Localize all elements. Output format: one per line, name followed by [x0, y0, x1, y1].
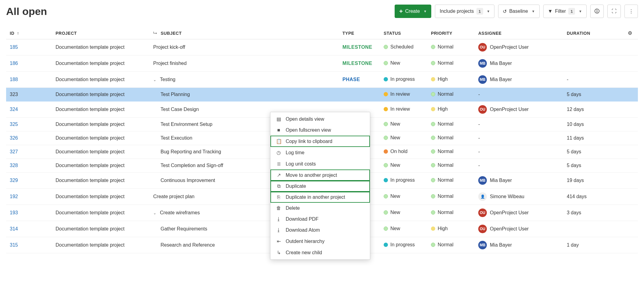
- column-header-assignee[interactable]: ASSIGNEE: [475, 27, 563, 39]
- context-menu-item[interactable]: ⇤Outdent hierarchy: [270, 236, 370, 247]
- status-cell[interactable]: New: [380, 189, 427, 205]
- context-menu-item[interactable]: ■Open fullscreen view: [270, 125, 370, 136]
- work-package-id-link[interactable]: 328: [10, 163, 18, 168]
- priority-cell[interactable]: Normal: [427, 88, 475, 102]
- context-menu-item[interactable]: ◷Log time: [270, 147, 370, 158]
- assignee-cell[interactable]: OUOpenProject User: [475, 205, 563, 221]
- work-package-id-link[interactable]: 188: [10, 77, 18, 82]
- assignee-cell[interactable]: MBMia Bayer: [475, 237, 563, 253]
- assignee-cell[interactable]: MBMia Bayer: [475, 173, 563, 189]
- work-package-id-link[interactable]: 192: [10, 194, 18, 199]
- context-menu-item[interactable]: 📋Copy link to clipboard: [270, 136, 370, 147]
- status-dot-icon: [384, 243, 388, 247]
- duration-cell: 10 days: [563, 118, 624, 131]
- status-cell[interactable]: New: [380, 118, 427, 131]
- assignee-cell[interactable]: MBMia Bayer: [475, 72, 563, 88]
- create-button[interactable]: + Create ▼: [395, 5, 432, 18]
- priority-cell[interactable]: Normal: [427, 237, 475, 253]
- column-header-type[interactable]: TYPE: [339, 27, 380, 39]
- assignee-cell[interactable]: OUOpenProject User: [475, 39, 563, 55]
- column-header-project[interactable]: PROJECT: [52, 27, 150, 39]
- status-cell[interactable]: New: [380, 205, 427, 221]
- column-header-duration[interactable]: DURATION: [563, 27, 624, 39]
- include-projects-button[interactable]: Include projects 1 ▼: [435, 5, 494, 18]
- baseline-button[interactable]: ↺ Baseline ▼: [498, 5, 539, 18]
- more-button[interactable]: ⋮: [624, 5, 638, 18]
- status-cell[interactable]: In progress: [380, 72, 427, 88]
- assignee-cell[interactable]: -: [475, 88, 563, 102]
- work-package-id-link[interactable]: 315: [10, 242, 18, 248]
- work-package-id-link[interactable]: 314: [10, 226, 18, 231]
- priority-cell[interactable]: High: [427, 221, 475, 237]
- assignee-cell[interactable]: -: [475, 159, 563, 173]
- priority-cell[interactable]: High: [427, 102, 475, 118]
- assignee-cell[interactable]: -: [475, 118, 563, 131]
- assignee-cell[interactable]: -: [475, 145, 563, 159]
- status-cell[interactable]: On hold: [380, 145, 427, 159]
- assignee-cell[interactable]: -: [475, 131, 563, 145]
- priority-dot-icon: [431, 61, 435, 65]
- status-cell[interactable]: In progress: [380, 173, 427, 189]
- context-menu-item[interactable]: ⎘Duplicate in another project: [270, 192, 370, 203]
- collapse-toggle-icon[interactable]: ⌄: [153, 211, 158, 215]
- work-package-id-link[interactable]: 329: [10, 178, 18, 183]
- context-menu-item[interactable]: ⭳Download PDF: [270, 214, 370, 225]
- status-cell[interactable]: In progress: [380, 237, 427, 253]
- priority-cell[interactable]: Normal: [427, 145, 475, 159]
- collapse-toggle-icon[interactable]: ⌄: [153, 78, 158, 82]
- column-header-priority[interactable]: PRIORITY: [427, 27, 475, 39]
- work-package-id-link[interactable]: 193: [10, 210, 18, 215]
- priority-cell[interactable]: Normal: [427, 159, 475, 173]
- priority-cell[interactable]: Normal: [427, 131, 475, 145]
- column-config[interactable]: ⚙: [624, 27, 638, 39]
- table-row[interactable]: 188Documentation template project⌄Testin…: [6, 72, 638, 88]
- context-menu-item[interactable]: ⭳Download Atom: [270, 225, 370, 236]
- priority-cell[interactable]: Normal: [427, 118, 475, 131]
- info-button[interactable]: ⓘ: [590, 5, 604, 18]
- filter-button[interactable]: ▼ Filter 1 ▼: [543, 5, 587, 18]
- context-menu-item[interactable]: 🗑Delete: [270, 203, 370, 214]
- subject-cell[interactable]: Test Planning: [150, 88, 339, 102]
- status-cell[interactable]: New: [380, 55, 427, 72]
- work-package-id-link[interactable]: 324: [10, 107, 18, 112]
- status-cell[interactable]: Scheduled: [380, 39, 427, 55]
- context-menu-item[interactable]: ↳Create new child: [270, 247, 370, 253]
- context-menu-item[interactable]: ▤Open details view: [270, 113, 370, 125]
- subject-cell[interactable]: Project finished: [150, 55, 339, 72]
- context-menu-item[interactable]: ≣Log unit costs: [270, 158, 370, 169]
- column-header-id[interactable]: ID ↑: [6, 27, 52, 39]
- subject-cell[interactable]: Project kick-off: [150, 39, 339, 55]
- assignee-cell[interactable]: OUOpenProject User: [475, 221, 563, 237]
- status-cell[interactable]: New: [380, 221, 427, 237]
- work-package-id-link[interactable]: 327: [10, 149, 18, 154]
- priority-cell[interactable]: Normal: [427, 205, 475, 221]
- assignee-cell[interactable]: MBMia Bayer: [475, 55, 563, 72]
- work-package-id-link[interactable]: 326: [10, 135, 18, 141]
- table-row[interactable]: 323Documentation template projectTest Pl…: [6, 88, 638, 102]
- work-package-id-link[interactable]: 186: [10, 61, 18, 66]
- status-cell[interactable]: New: [380, 159, 427, 173]
- work-package-id-link[interactable]: 185: [10, 45, 18, 50]
- column-header-subject[interactable]: ⮡ SUBJECT: [150, 27, 339, 39]
- assignee-cell[interactable]: 👤Simone Wibeau: [475, 189, 563, 205]
- priority-cell[interactable]: Normal: [427, 173, 475, 189]
- status-dot-icon: [384, 149, 388, 154]
- priority-cell[interactable]: High: [427, 72, 475, 88]
- context-menu-item[interactable]: ↗Move to another project: [270, 169, 370, 181]
- work-package-id-link[interactable]: 325: [10, 122, 18, 127]
- menu-item-label: Outdent hierarchy: [286, 239, 324, 244]
- context-menu-item[interactable]: ⧉Duplicate: [270, 181, 370, 192]
- column-header-status[interactable]: STATUS: [380, 27, 427, 39]
- subject-cell[interactable]: ⌄Testing: [150, 72, 339, 88]
- table-row[interactable]: 186Documentation template projectProject…: [6, 55, 638, 72]
- priority-cell[interactable]: Normal: [427, 189, 475, 205]
- priority-cell[interactable]: Normal: [427, 39, 475, 55]
- status-cell[interactable]: In review: [380, 88, 427, 102]
- fullscreen-button[interactable]: ⛶: [607, 5, 621, 18]
- status-dot-icon: [384, 122, 388, 126]
- assignee-cell[interactable]: OUOpenProject User: [475, 102, 563, 118]
- priority-cell[interactable]: Normal: [427, 55, 475, 72]
- table-row[interactable]: 185Documentation template projectProject…: [6, 39, 638, 55]
- status-cell[interactable]: New: [380, 131, 427, 145]
- status-cell[interactable]: In review: [380, 102, 427, 118]
